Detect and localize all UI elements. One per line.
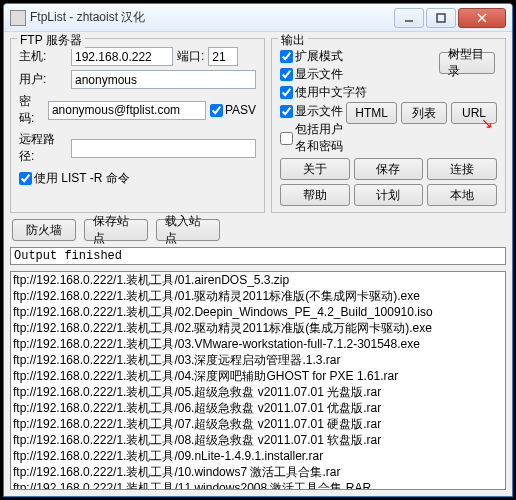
list-item[interactable]: ftp://192.168.0.222/1.装机工具/09.nLite-1.4.… bbox=[13, 448, 503, 464]
list-item[interactable]: ftp://192.168.0.222/1.装机工具/07.超级急救盘 v201… bbox=[13, 416, 503, 432]
remote-input[interactable] bbox=[71, 139, 256, 158]
window-title: FtpList - zhtaoist 汉化 bbox=[30, 9, 392, 26]
cb-cnchars[interactable]: 使用中文字符 bbox=[280, 84, 439, 101]
plan-button[interactable]: 计划 bbox=[354, 184, 424, 206]
connect-button[interactable]: 连接 bbox=[427, 158, 497, 180]
ftp-server-panel: FTP 服务器 主机: 端口: 用户: 密码: PASV 远程路径: 使 bbox=[10, 38, 265, 213]
pass-input[interactable] bbox=[48, 101, 206, 120]
close-button[interactable] bbox=[458, 8, 506, 28]
save-button[interactable]: 保存 bbox=[354, 158, 424, 180]
pass-label: 密码: bbox=[19, 93, 44, 127]
loadsite-button[interactable]: 载入站点 bbox=[156, 219, 220, 241]
cb-showfile1[interactable]: 显示文件 bbox=[280, 66, 439, 83]
url-list[interactable]: ftp://192.168.0.222/1.装机工具/01.airenDOS_5… bbox=[11, 272, 505, 489]
url-list-wrap: ftp://192.168.0.222/1.装机工具/01.airenDOS_5… bbox=[10, 271, 506, 490]
host-label: 主机: bbox=[19, 48, 67, 65]
ftp-legend: FTP 服务器 bbox=[17, 32, 85, 49]
titlebar: FtpList - zhtaoist 汉化 bbox=[4, 4, 512, 32]
app-icon bbox=[10, 10, 26, 26]
output-status: Output finished bbox=[10, 247, 506, 265]
list-item[interactable]: ftp://192.168.0.222/1.装机工具/01.驱动精灵2011标准… bbox=[13, 288, 503, 304]
output-legend: 输出 bbox=[278, 32, 308, 49]
user-input[interactable] bbox=[71, 70, 256, 89]
cb-showfile2[interactable]: 显示文件 bbox=[280, 103, 346, 120]
list-item[interactable]: ftp://192.168.0.222/1.装机工具/02.Deepin_Win… bbox=[13, 304, 503, 320]
list-item[interactable]: ftp://192.168.0.222/1.装机工具/08.超级急救盘 v201… bbox=[13, 432, 503, 448]
port-input[interactable] bbox=[208, 47, 238, 66]
list-item[interactable]: ftp://192.168.0.222/1.装机工具/04.深度网吧辅助GHOS… bbox=[13, 368, 503, 384]
list-item[interactable]: ftp://192.168.0.222/1.装机工具/10.windows7 激… bbox=[13, 464, 503, 480]
cb-incuser[interactable]: 包括用户名和密码 bbox=[280, 121, 346, 155]
host-input[interactable] bbox=[71, 47, 173, 66]
port-label: 端口: bbox=[177, 48, 204, 65]
local-button[interactable]: 本地 bbox=[427, 184, 497, 206]
maximize-button[interactable] bbox=[426, 8, 456, 28]
cb-extmode[interactable]: 扩展模式 bbox=[280, 48, 439, 65]
list-button[interactable]: 列表 bbox=[401, 102, 447, 124]
list-item[interactable]: ftp://192.168.0.222/1.装机工具/03.深度远程启动管理器.… bbox=[13, 352, 503, 368]
list-item[interactable]: ftp://192.168.0.222/1.装机工具/01.airenDOS_5… bbox=[13, 272, 503, 288]
html-button[interactable]: HTML bbox=[346, 102, 397, 124]
remote-label: 远程路径: bbox=[19, 131, 67, 165]
list-item[interactable]: ftp://192.168.0.222/1.装机工具/05.超级急救盘 v201… bbox=[13, 384, 503, 400]
savesite-button[interactable]: 保存站点 bbox=[84, 219, 148, 241]
firewall-button[interactable]: 防火墙 bbox=[12, 219, 76, 241]
pasv-check[interactable]: PASV bbox=[210, 103, 256, 117]
minimize-button[interactable] bbox=[394, 8, 424, 28]
list-item[interactable]: ftp://192.168.0.222/1.装机工具/06.超级急救盘 v201… bbox=[13, 400, 503, 416]
list-item[interactable]: ftp://192.168.0.222/1.装机工具/11.windows200… bbox=[13, 480, 503, 489]
about-button[interactable]: 关于 bbox=[280, 158, 350, 180]
list-item[interactable]: ftp://192.168.0.222/1.装机工具/02.驱动精灵2011标准… bbox=[13, 320, 503, 336]
user-label: 用户: bbox=[19, 71, 67, 88]
listcmd-check[interactable]: 使用 LIST -R 命令 bbox=[19, 170, 130, 187]
output-panel: 输出 扩展模式 显示文件 使用中文字符 树型目录 显示文件 包括用户名和密码 H… bbox=[271, 38, 506, 213]
help-button[interactable]: 帮助 bbox=[280, 184, 350, 206]
app-window: FtpList - zhtaoist 汉化 FTP 服务器 主机: 端口: 用户… bbox=[3, 3, 513, 497]
svg-rect-1 bbox=[437, 14, 445, 22]
list-item[interactable]: ftp://192.168.0.222/1.装机工具/03.VMware-wor… bbox=[13, 336, 503, 352]
tree-button[interactable]: 树型目录 bbox=[439, 52, 495, 74]
url-button[interactable]: URL bbox=[451, 102, 497, 124]
